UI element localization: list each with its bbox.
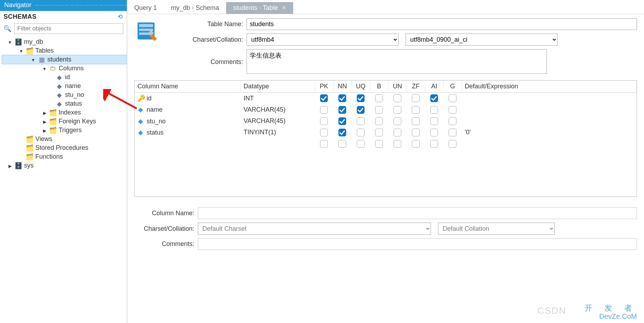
checkbox-zf[interactable] bbox=[412, 129, 420, 136]
checkbox-un[interactable] bbox=[394, 94, 401, 102]
expand-icon[interactable] bbox=[42, 128, 47, 133]
checkbox-g[interactable] bbox=[449, 106, 456, 114]
tree-col-status[interactable]: ◆ status bbox=[2, 99, 127, 108]
tree-functions[interactable]: 🗂️ Functions bbox=[2, 152, 127, 161]
checkbox-g[interactable] bbox=[449, 117, 456, 125]
hdr-g[interactable]: G bbox=[443, 81, 462, 93]
tree-db-sys[interactable]: 🗄️ sys bbox=[2, 161, 127, 170]
checkbox-g[interactable] bbox=[449, 140, 456, 148]
tree-table-students[interactable]: ▦ students bbox=[2, 55, 127, 64]
cell-default[interactable] bbox=[462, 93, 637, 104]
expand-icon[interactable] bbox=[42, 66, 47, 71]
tree-tables[interactable]: 🗂️ Tables bbox=[2, 46, 127, 55]
cell-datatype[interactable]: TINYINT(1) bbox=[241, 127, 315, 138]
hdr-b[interactable]: B bbox=[370, 81, 388, 93]
cell-datatype[interactable]: VARCHAR(45) bbox=[241, 104, 315, 115]
close-icon[interactable]: ✕ bbox=[282, 5, 286, 11]
hdr-zf[interactable]: ZF bbox=[407, 81, 425, 93]
expand-icon[interactable] bbox=[42, 119, 47, 124]
cell-datatype[interactable]: INT bbox=[241, 93, 315, 104]
checkbox-zf[interactable] bbox=[412, 140, 420, 148]
expand-icon[interactable] bbox=[42, 110, 47, 116]
checkbox-g[interactable] bbox=[449, 129, 456, 136]
checkbox-ai[interactable] bbox=[430, 106, 438, 114]
checkbox-nn[interactable] bbox=[338, 94, 346, 102]
column-row[interactable]: ◆nameVARCHAR(45) bbox=[135, 104, 637, 115]
filter-input[interactable] bbox=[14, 23, 123, 34]
tree-indexes[interactable]: 🗂️ Indexes bbox=[2, 108, 127, 117]
checkbox-ai[interactable] bbox=[430, 94, 438, 102]
checkbox-b[interactable] bbox=[375, 140, 383, 148]
checkbox-uq[interactable] bbox=[357, 117, 365, 125]
comments-input[interactable]: 学生信息表 bbox=[247, 49, 547, 74]
checkbox-b[interactable] bbox=[375, 94, 383, 102]
expand-icon[interactable] bbox=[30, 57, 36, 63]
collation-select[interactable]: utf8mb4_0900_ai_ci bbox=[406, 34, 557, 46]
checkbox-un[interactable] bbox=[394, 129, 401, 136]
checkbox-pk[interactable] bbox=[320, 94, 328, 102]
column-row[interactable]: ◆statusTINYINT(1)'0' bbox=[135, 127, 637, 138]
checkbox-uq[interactable] bbox=[357, 106, 365, 114]
checkbox-ai[interactable] bbox=[430, 140, 438, 148]
checkbox-nn[interactable] bbox=[338, 129, 346, 136]
checkbox-pk[interactable] bbox=[320, 106, 328, 114]
refresh-icon[interactable]: ⟲ bbox=[118, 13, 123, 20]
checkbox-pk[interactable] bbox=[320, 129, 328, 136]
tab-students-table[interactable]: students - Table ✕ bbox=[226, 2, 293, 14]
checkbox-nn[interactable] bbox=[338, 140, 346, 148]
checkbox-uq[interactable] bbox=[357, 94, 365, 102]
tree-views[interactable]: 🗂️ Views bbox=[2, 135, 127, 143]
hdr-pk[interactable]: PK bbox=[315, 81, 333, 93]
checkbox-un[interactable] bbox=[394, 140, 401, 148]
checkbox-zf[interactable] bbox=[412, 117, 420, 125]
column-row[interactable]: ◆stu_noVARCHAR(45) bbox=[135, 116, 637, 127]
checkbox-b[interactable] bbox=[375, 129, 383, 136]
col-comments-input[interactable] bbox=[198, 238, 637, 250]
checkbox-pk[interactable] bbox=[320, 117, 328, 125]
col-charset-select[interactable]: Default Charset bbox=[198, 223, 431, 235]
checkbox-b[interactable] bbox=[375, 117, 383, 125]
cell-default[interactable] bbox=[462, 116, 637, 127]
hdr-nn[interactable]: NN bbox=[333, 81, 351, 93]
cell-column-name[interactable]: ◆stu_no bbox=[135, 116, 241, 127]
checkbox-nn[interactable] bbox=[338, 117, 346, 125]
column-row[interactable]: 🔑idINT bbox=[135, 93, 637, 104]
col-collation-select[interactable]: Default Collation bbox=[438, 223, 555, 235]
tree-db-mydb[interactable]: 🗄️ my_db bbox=[2, 37, 127, 46]
checkbox-b[interactable] bbox=[375, 106, 383, 114]
charset-select[interactable]: utf8mb4 bbox=[247, 34, 398, 46]
cell-default[interactable]: '0' bbox=[462, 127, 637, 138]
tab-schema[interactable]: my_db - Schema bbox=[164, 2, 226, 14]
checkbox-ai[interactable] bbox=[430, 129, 438, 136]
checkbox-g[interactable] bbox=[449, 94, 456, 102]
tree-columns[interactable]: 🗀 Columns bbox=[2, 64, 127, 73]
checkbox-un[interactable] bbox=[394, 106, 401, 114]
checkbox-un[interactable] bbox=[394, 117, 401, 125]
tree-stored-procedures[interactable]: 🗂️ Stored Procedures bbox=[2, 143, 127, 152]
checkbox-pk[interactable] bbox=[320, 140, 328, 148]
checkbox-nn[interactable] bbox=[338, 106, 346, 114]
checkbox-zf[interactable] bbox=[412, 94, 420, 102]
hdr-default[interactable]: Default/Expression bbox=[462, 81, 637, 93]
checkbox-zf[interactable] bbox=[412, 106, 420, 114]
cell-column-name[interactable]: ◆status bbox=[135, 127, 241, 138]
checkbox-uq[interactable] bbox=[357, 140, 365, 148]
column-name-input[interactable] bbox=[198, 207, 637, 219]
cell-column-name[interactable]: 🔑id bbox=[135, 93, 241, 104]
expand-icon[interactable] bbox=[18, 48, 24, 54]
column-row-empty[interactable] bbox=[135, 138, 637, 149]
hdr-column-name[interactable]: Column Name bbox=[135, 81, 241, 93]
hdr-un[interactable]: UN bbox=[388, 81, 407, 93]
hdr-datatype[interactable]: Datatype bbox=[241, 81, 315, 93]
cell-datatype[interactable]: VARCHAR(45) bbox=[241, 116, 315, 127]
tree-triggers[interactable]: 🗂️ Triggers bbox=[2, 126, 127, 135]
table-name-input[interactable] bbox=[247, 18, 637, 30]
tree-col-stu-no[interactable]: ◆ stu_no bbox=[2, 90, 127, 99]
columns-grid[interactable]: Column Name Datatype PK NN UQ B UN ZF AI… bbox=[134, 80, 637, 197]
hdr-uq[interactable]: UQ bbox=[351, 81, 370, 93]
checkbox-uq[interactable] bbox=[357, 129, 365, 136]
expand-icon[interactable] bbox=[7, 39, 13, 45]
expand-icon[interactable] bbox=[7, 163, 13, 169]
cell-default[interactable] bbox=[462, 104, 637, 115]
hdr-ai[interactable]: AI bbox=[425, 81, 443, 93]
